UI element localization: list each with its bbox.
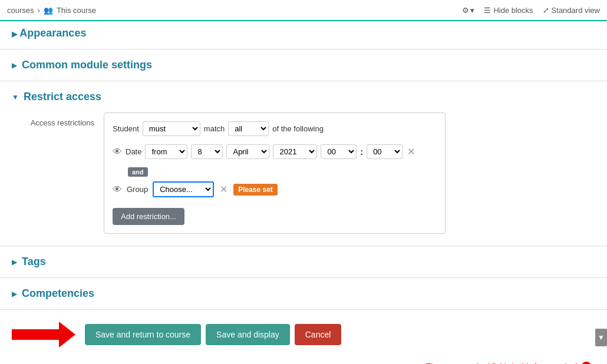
- add-restriction-button[interactable]: Add restriction...: [113, 208, 184, 225]
- day-select[interactable]: 8: [191, 144, 223, 159]
- common-module-header[interactable]: Common module settings: [0, 49, 607, 81]
- hide-blocks-button[interactable]: ☰ Hide blocks: [484, 6, 533, 15]
- access-restrictions-row: Access restrictions Student must must no…: [12, 112, 595, 234]
- required-notice: There are required fields in this form m…: [0, 359, 607, 364]
- restrict-title: Restrict access: [24, 91, 101, 103]
- breadcrumb: courses › 👥 This course: [7, 6, 96, 15]
- time-colon: :: [360, 147, 363, 157]
- breadcrumb-separator: ›: [38, 6, 40, 15]
- access-label: Access restrictions: [12, 112, 94, 127]
- and-badge: and: [128, 167, 148, 177]
- required-text: There are required fields in this form m…: [426, 362, 577, 364]
- scroll-down-button[interactable]: ▼: [595, 329, 607, 346]
- common-module-title: Common module settings: [22, 59, 152, 71]
- group-remove-button[interactable]: ✕: [219, 184, 229, 195]
- blocks-icon: ☰: [484, 6, 491, 15]
- appearances-title: Appearances: [19, 27, 86, 39]
- group-select[interactable]: Choose...: [153, 181, 214, 197]
- arrow-body: [12, 329, 59, 340]
- save-display-button[interactable]: Save and display: [206, 324, 290, 345]
- competencies-section: Competencies: [0, 278, 607, 310]
- restrict-chevron: [12, 93, 19, 101]
- people-icon: 👥: [44, 6, 53, 15]
- group-restriction-row: 👁 Group Choose... ✕ Please set: [113, 181, 437, 197]
- match-text: match: [204, 124, 225, 133]
- student-match-row: Student must must not match all any of t…: [113, 121, 437, 136]
- and-badge-container: and: [113, 165, 437, 181]
- tags-section: Tags: [0, 246, 607, 278]
- gear-menu[interactable]: ⚙ ▾: [462, 6, 474, 15]
- access-box: Student must must not match all any of t…: [104, 112, 446, 234]
- standard-view-button[interactable]: ⤢ Standard view: [543, 6, 600, 15]
- competencies-chevron: [12, 290, 17, 298]
- required-icon: !: [582, 362, 591, 364]
- gear-dropdown-arrow: ▾: [470, 6, 474, 15]
- date-remove-button[interactable]: ✕: [406, 146, 416, 157]
- all-select[interactable]: all any: [228, 121, 269, 136]
- competencies-title: Competencies: [22, 287, 94, 300]
- tags-chevron: [12, 258, 17, 266]
- competencies-header[interactable]: Competencies: [0, 278, 607, 309]
- appearances-chevron[interactable]: [12, 30, 17, 38]
- action-row: Save and return to course Save and displ…: [0, 310, 607, 359]
- common-module-section: Common module settings: [0, 49, 607, 81]
- please-set-badge: Please set: [233, 184, 278, 196]
- date-restriction-row: 👁 Date from until 8 April: [113, 144, 437, 159]
- cancel-button[interactable]: Cancel: [295, 324, 342, 345]
- must-select[interactable]: must must not: [143, 121, 200, 136]
- restrict-body: Access restrictions Student must must no…: [0, 103, 607, 246]
- date-label: Date: [126, 147, 141, 156]
- date-eye-icon[interactable]: 👁: [113, 147, 122, 157]
- arrow-indicator: [12, 322, 75, 348]
- restrict-access-section: Restrict access Access restrictions Stud…: [0, 81, 607, 246]
- top-navigation: courses › 👥 This course ⚙ ▾ ☰ Hide block…: [0, 0, 607, 21]
- arrow-head: [59, 322, 75, 348]
- tags-header[interactable]: Tags: [0, 246, 607, 277]
- group-label: Group: [127, 185, 148, 194]
- common-module-chevron: [12, 61, 17, 70]
- nav-actions: ⚙ ▾ ☰ Hide blocks ⤢ Standard view: [462, 6, 600, 15]
- restrict-access-header[interactable]: Restrict access: [0, 81, 607, 103]
- of-following-text: of the following: [272, 124, 324, 133]
- group-eye-icon[interactable]: 👁: [113, 184, 122, 195]
- month-select[interactable]: April: [226, 144, 269, 159]
- year-select[interactable]: 2021: [273, 144, 317, 159]
- student-text: Student: [113, 124, 139, 133]
- this-course-link[interactable]: This course: [57, 6, 96, 15]
- tags-title: Tags: [22, 256, 46, 268]
- from-select[interactable]: from until: [145, 144, 187, 159]
- courses-link[interactable]: courses: [7, 6, 34, 15]
- hour-select[interactable]: 00: [321, 144, 357, 159]
- minute-select[interactable]: 00: [367, 144, 403, 159]
- save-return-button[interactable]: Save and return to course: [85, 324, 201, 345]
- main-content: Appearances Common module settings Restr…: [0, 21, 607, 364]
- gear-icon: ⚙: [462, 6, 469, 15]
- appearances-section: Appearances: [0, 21, 607, 49]
- expand-icon: ⤢: [543, 6, 549, 15]
- required-period: .: [593, 362, 595, 364]
